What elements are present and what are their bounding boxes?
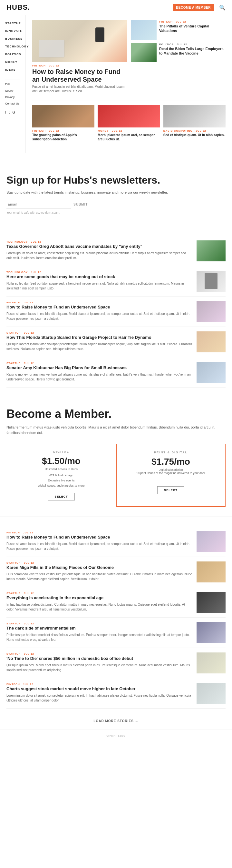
membership-plans: DIGITAL $1.50/mo Unlimited Access to Hub… [6,444,226,507]
article-0-content: TECHNOLOGY JUL 12 Texas Governor Greg Ab… [6,240,193,260]
plan-print-select-button[interactable]: SELECT [157,486,184,494]
card-2-image [163,105,226,127]
article-0-title: Texas Governor Greg Abbott bans vaccine … [6,244,193,249]
article-3-excerpt: Quisque laoreet ipsum vitae volutpat pel… [6,342,193,351]
social-twitter[interactable]: t [9,111,10,114]
article-4-category: STARTUP JUL 12 [6,362,193,365]
card-1-title: Morbi placerat ipsum orci, ac semper arc… [98,133,160,141]
become-member-button[interactable]: BECOME A MEMBER [173,4,214,11]
article-2-excerpt: Fusce sit amet lacus in est blandit aliq… [6,311,193,321]
more-article-1-content: STARTUP JUL 12 Karen Miga Fills in the M… [6,561,193,582]
sidebar-social: f t G [5,111,20,114]
article-2-title: How to Raise Money to Fund an Underserve… [6,305,193,310]
plan-print-type: PRINT & DIGITAL [123,451,219,454]
card-2-title: Sed et tristique quam. Ut in nibh sapien… [163,133,226,137]
more-article-5-content: FINTECH JUL 12 Charts suggest stock mark… [6,683,193,703]
article-1-image [197,271,226,292]
more-article-3: STARTUP JUL 12 The dark side of environm… [6,618,226,648]
side-card-1-content: POLITICS JUL 12 Read the Biden Tells Lar… [159,43,226,56]
newsletter-submit-button[interactable]: SUBMIT [73,203,88,206]
card-0-image [32,105,94,127]
search-icon[interactable]: 🔍 [219,4,226,11]
more-article-5-category: FINTECH JUL 12 [6,683,193,686]
sidebar-link-privacy[interactable]: Privacy [5,95,20,99]
load-more-button[interactable]: LOAD MORE STORIES [94,719,138,723]
article-2-image [197,301,226,322]
become-member-subtitle: Nulla fermentum metus vitae justo vehicu… [6,425,226,436]
card-2: BASIC COMPUTING JUL 12 Sed et tristique … [163,105,226,141]
more-article-5-excerpt: Lorem ipsum dolor sit amet, consectetur … [6,693,193,703]
newsletter-title: Sign up for Hubs's newsletters. [6,175,226,186]
featured-main-image [32,20,127,62]
more-article-5: FINTECH JUL 12 Charts suggest stock mark… [6,678,226,709]
logo: HUBS. [6,3,30,11]
more-article-0-excerpt: Fusce sit amet lacus in est blandit aliq… [6,541,193,551]
more-article-0-image [197,531,226,552]
plan-print-digital: PRINT & DIGITAL $1.75/mo Digital subscri… [116,444,226,507]
header-right: BECOME A MEMBER 🔍 [173,4,226,11]
sidebar-divider [5,79,20,80]
more-article-3-title: The dark side of environmentalism [6,626,193,631]
newsletter-subtitle: Stay up to date with the latest trends i… [6,190,226,195]
sidebar-item-politics[interactable]: POLITICS [5,53,20,56]
article-4-image [197,362,226,383]
social-facebook[interactable]: f [5,111,6,114]
card-1: MONEY JUL 12 Morbi placerat ipsum orci, … [98,105,160,141]
card-0-category: FINTECH JUL 12 [32,129,94,132]
more-article-0-title: How to Raise Money to Fund an Underserve… [6,535,193,540]
sidebar-item-technology[interactable]: TECHNOLOGY [5,45,20,48]
side-card-1: POLITICS JUL 12 Read the Biden Tells Lar… [131,43,226,62]
main-content: FINTECH JUL 12 How to Raise Money to Fun… [26,15,232,153]
side-card-1-title: Read the Biden Tells Large Employers to … [159,46,226,56]
more-article-1-excerpt: Duis commodo viverra felis vestibulum pe… [6,572,193,582]
plan-digital-desc: Unlimited Access to Hubs [13,468,109,471]
more-article-4-title: 'No Time to Die' snares $56 million in d… [6,656,193,661]
more-articles: FINTECH JUL 12 How to Raise Money to Fun… [0,523,232,712]
article-1-content: TECHNOLOGY JUL 12 Here are some goods th… [6,271,193,291]
sidebar-link-search[interactable]: Search [5,89,20,92]
newsletter-email-input[interactable] [6,200,71,209]
more-article-2-content: STARTUP JUL 12 Everything is acceleratin… [6,592,193,612]
plan-digital-select-button[interactable]: SELECT [48,493,75,500]
featured-main-excerpt: Fusce sit amet lacus in est blandit aliq… [32,85,127,94]
article-0-excerpt: Lorem ipsum dolor sit amet, consectetur … [6,251,193,260]
newsletter-divider-bottom [0,230,232,230]
article-4-content: STARTUP JUL 12 Senator Amy Klobuchar Has… [6,362,193,382]
newsletter-section: Sign up for Hubs's newsletters. Stay up … [0,165,232,224]
more-article-4-content: STARTUP JUL 12 'No Time to Die' snares $… [6,652,193,673]
sidebar-nav: STARTUP INNOVATE BUSINESS TECHNOLOGY POL… [5,22,20,71]
article-3-image [197,331,226,352]
more-article-1: STARTUP JUL 12 Karen Miga Fills in the M… [6,557,226,587]
more-article-2-excerpt: In hac habitasse platea dictumst. Curabi… [6,602,193,612]
social-google[interactable]: G [12,111,15,114]
side-card-0-category: FINTECH JUL 12 [159,20,226,23]
side-card-0-content: FINTECH JUL 12 The Pitfalls of Venture C… [159,20,226,33]
article-list-item-0: TECHNOLOGY JUL 12 Texas Governor Greg Ab… [6,236,226,266]
featured-grid: FINTECH JUL 12 How to Raise Money to Fun… [32,20,226,94]
featured-main-article: FINTECH JUL 12 How to Raise Money to Fun… [32,20,127,94]
article-list-item-3: STARTUP JUL 12 How This Florida Startup … [6,327,226,357]
three-cards-row: FINTECH JUL 12 The growing pains of Appl… [32,100,226,141]
more-article-2-category: STARTUP JUL 12 [6,592,193,595]
article-1-category: TECHNOLOGY JUL 12 [6,271,193,274]
more-article-5-title: Charts suggest stock market should move … [6,686,193,692]
sidebar-item-business[interactable]: BUSINESS [5,37,20,40]
sidebar-item-money[interactable]: MONEY [5,60,20,64]
more-article-3-content: STARTUP JUL 12 The dark side of environm… [6,622,193,642]
plan-print-price: $1.75/mo [123,457,219,467]
article-list: TECHNOLOGY JUL 12 Texas Governor Greg Ab… [0,236,232,388]
more-article-5-image [197,683,226,704]
plan-digital-features: iOS & Android appExclusive live eventsDi… [13,473,109,489]
sidebar-link-contact[interactable]: Contact Us [5,102,20,105]
side-card-1-image [131,43,157,62]
sidebar-item-ideas[interactable]: IDEAS [5,68,20,71]
sidebar-link-edit[interactable]: Edit [5,83,20,86]
sidebar-item-innovate[interactable]: INNOVATE [5,29,20,33]
main-layout: STARTUP INNOVATE BUSINESS TECHNOLOGY POL… [0,15,232,153]
more-article-3-excerpt: Pellentesque habitant morbi et risus fin… [6,632,193,642]
footer: © 2021 HUBS. [0,730,232,742]
sidebar-item-startup[interactable]: STARTUP [5,22,20,25]
article-3-content: STARTUP JUL 12 How This Florida Startup … [6,331,193,351]
more-article-0: FINTECH JUL 12 How to Raise Money to Fun… [6,527,226,557]
load-more-section: LOAD MORE STORIES [0,712,232,730]
